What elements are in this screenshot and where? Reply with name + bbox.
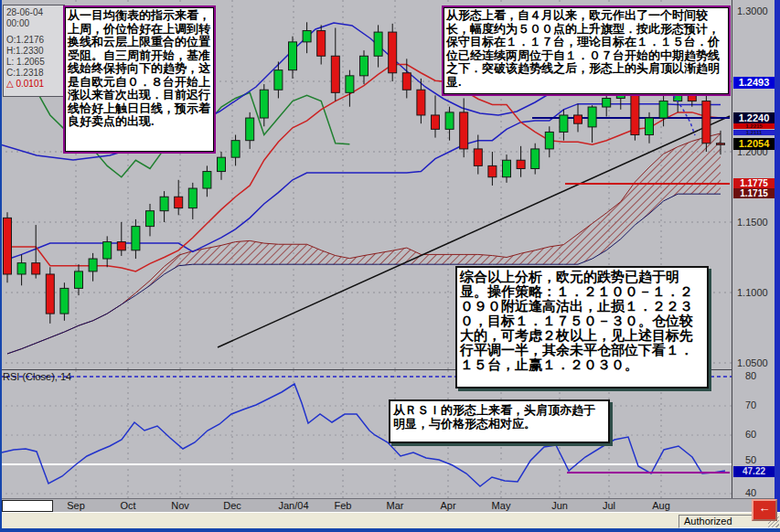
price-marker-label: 1.2240 [733,112,775,124]
date-axis[interactable]: SepOctNovDecJan/04FebMarAprMayJunJulAug [0,498,780,513]
price-axis[interactable]: 1.30001.20001.15001.10001.05008070605040… [732,0,775,498]
month-label: Jul [603,500,615,511]
month-label: Sep [67,500,85,511]
ichimoku-annotation-box: 从一目均衡表的指示来看，上周，价位恰好在上调到转换线和云层上限重合的位置受阻。自… [63,5,216,154]
info-low: L: 1.2065 [6,57,64,68]
info-high: H:1.2330 [6,46,64,57]
month-label: Oct [120,500,135,511]
month-label: May [492,500,511,511]
price-scale-label: 1.3000 [737,5,768,16]
month-label: Jan/04 [278,500,308,511]
rsi-chart-svg [0,370,732,498]
price-scale-label: 1.0500 [737,357,768,368]
price-marker-label: 1.1715 [733,188,775,198]
month-label: Feb [335,500,352,511]
month-label: Apr [440,500,455,511]
month-label: Jun [551,500,568,511]
info-date: 28-06-04 [6,7,64,18]
price-scale-label: 1.1000 [737,287,768,298]
month-label: Nov [171,500,189,511]
month-label: Dec [223,500,241,511]
ohlc-info-panel: 28-06-04 00:00 O:1.2176 H:1.2330 L: 1.20… [3,5,65,97]
price-marker-label: 47.22 [733,466,775,477]
status-bar: Authorized [0,512,780,529]
month-label: Aug [652,500,670,511]
rsi-annotation-box: 从ＲＳＩ的形态上来看，头肩顶亦趋于明显，与价格形态相对应。 [389,399,610,443]
vertical-scrollbar[interactable] [775,0,780,512]
price-marker-label: 1.2111 [733,130,775,135]
info-time: 00:00 [6,18,64,29]
rsi-indicator-label: RSI (Close), 14 [3,371,71,382]
price-marker-label: 1.2215 [733,123,775,129]
trading-app-window: RSI (Close), 14 28-06-04 00:00 O:1.2176 … [0,0,780,532]
scroll-left-button[interactable]: ← [752,499,777,521]
price-marker-label: 1.2054 [733,138,775,150]
rsi-scale-label: 40 [745,487,756,498]
rsi-pane[interactable]: RSI (Close), 14 [0,370,732,498]
rsi-scale-label: 70 [745,399,756,410]
scroll-box[interactable] [2,500,53,512]
info-open: O:1.2176 [6,35,64,46]
month-label: Mar [387,500,404,511]
info-close: C:1.2318 [6,68,64,79]
rsi-scale-label: 80 [745,370,756,381]
pattern-annotation-box: 从形态上看，自４月以来，欧元作出了一个时间较长，幅度约为５００点的上升旗型．按此… [442,5,731,96]
price-marker-label: 1.2493 [733,77,775,89]
info-change: △ 0.0101 [6,79,64,90]
strategy-annotation-box: 综合以上分析，欧元的跌势已趋于明显。操作策略：１．２１００－１．２０９０附近逢高… [455,266,709,388]
left-arrow-icon: ← [759,501,771,515]
rsi-scale-label: 60 [745,429,756,440]
price-scale-label: 1.1500 [737,217,768,228]
window-left-border [0,0,2,532]
rsi-scale-label: 50 [745,454,756,465]
window-bottom-border [0,528,780,532]
